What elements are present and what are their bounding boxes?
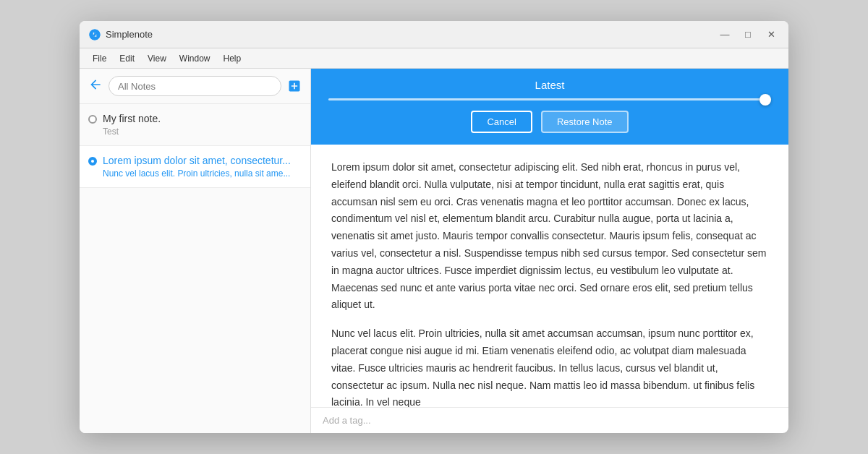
note-radio [88,115,97,124]
sidebar: My first note. Test Lorem ipsum dolor si… [80,69,311,433]
search-input[interactable] [109,76,281,96]
slider-track [328,98,771,100]
restore-banner: Latest Cancel Restore Note [311,69,788,145]
note-content: Lorem ipsum dolor sit amet, consectetur … [311,145,788,407]
tag-bar: Add a tag... [311,407,788,433]
note-paragraph-2: Nunc vel lacus elit. Proin ultricies, nu… [331,325,768,407]
app-title: Simplenote [106,29,153,40]
menu-window[interactable]: Window [174,51,216,66]
list-item[interactable]: Lorem ipsum dolor sit amet, consectetur.… [80,146,310,188]
sidebar-header [80,69,310,104]
note-radio-selected [88,157,97,166]
note-title: My first note. [103,113,299,124]
note-subtitle: Test [103,127,299,137]
note-paragraph-1: Lorem ipsum dolor sit amet, consectetur … [331,159,768,314]
restore-note-button[interactable]: Restore Note [541,111,629,133]
menu-help[interactable]: Help [218,51,247,66]
window-controls: — □ ✕ [716,26,780,43]
restore-buttons: Cancel Restore Note [326,111,774,133]
notes-list: My first note. Test Lorem ipsum dolor si… [80,104,310,433]
version-slider-container [326,98,774,100]
menu-edit[interactable]: Edit [114,51,140,66]
restore-banner-title: Latest [326,79,774,91]
title-bar-logo: Simplenote [88,28,716,41]
maximize-button[interactable]: □ [739,26,757,43]
version-slider[interactable] [328,98,771,100]
new-note-button[interactable] [287,79,302,93]
tag-placeholder[interactable]: Add a tag... [323,415,371,426]
cancel-button[interactable]: Cancel [471,111,532,133]
content-area: Latest Cancel Restore Note Lorem ipsum d… [311,69,788,433]
list-item[interactable]: My first note. Test [80,104,310,146]
menu-bar: File Edit View Window Help [80,48,788,69]
slider-thumb [760,94,771,106]
title-bar: Simplenote — □ ✕ [80,21,788,48]
close-button[interactable]: ✕ [762,26,780,43]
back-icon[interactable] [88,77,103,95]
note-title: Lorem ipsum dolor sit amet, consectetur.… [103,155,299,166]
menu-file[interactable]: File [87,51,112,66]
app-window: Simplenote — □ ✕ File Edit View Window H… [80,21,788,433]
minimize-button[interactable]: — [716,26,733,43]
menu-view[interactable]: View [142,51,172,66]
note-subtitle: Nunc vel lacus elit. Proin ultricies, nu… [103,168,299,179]
simplenote-logo-icon [88,28,101,41]
main-layout: My first note. Test Lorem ipsum dolor si… [80,69,788,433]
